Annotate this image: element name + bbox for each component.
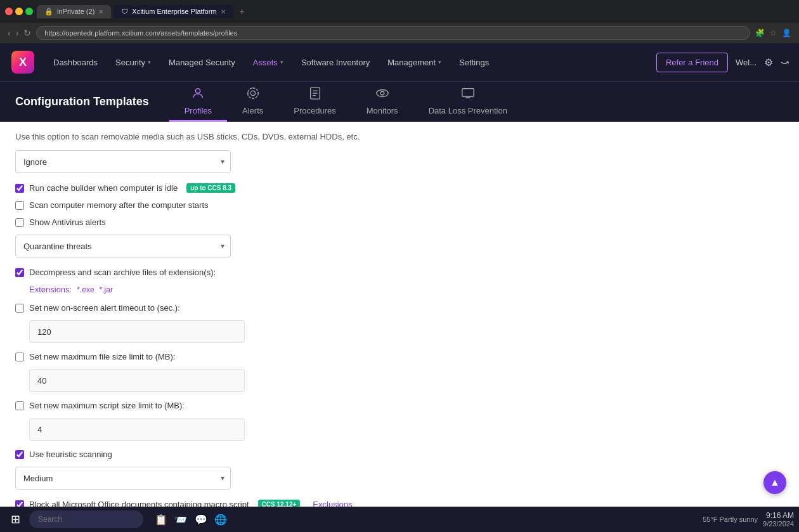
alert-timeout-row: Set new on-screen alert timeout to (sec.… bbox=[15, 303, 429, 313]
extensions-label: Extensions: bbox=[29, 285, 72, 294]
profile-icon[interactable]: 👤 bbox=[782, 29, 791, 37]
taskbar-search-input[interactable] bbox=[29, 510, 143, 528]
content-inner: Use this option to scan removable media … bbox=[0, 122, 444, 507]
quarantine-select-wrapper: Quarantine threats Block Ignore Report o… bbox=[15, 235, 231, 257]
nav-right-actions: Wel... ⚙ ⤻ bbox=[736, 56, 789, 68]
chevron-down-icon: ▾ bbox=[280, 59, 283, 65]
scroll-top-button[interactable]: ▲ bbox=[763, 471, 786, 494]
new-tab-button[interactable]: + bbox=[236, 6, 249, 16]
max-scriptsize-label: Set new maximum script size limit to (MB… bbox=[29, 401, 185, 410]
browser-tab-xcitium[interactable]: 🛡 Xcitium Enterprise Platform ✕ bbox=[114, 5, 233, 18]
taskbar: ⊞ 📋 📨 💬 🌐 55°F Partly sunny 9:16 AM 9/23… bbox=[0, 507, 799, 532]
max-scriptsize-input[interactable] bbox=[29, 418, 245, 441]
task-icon-3[interactable]: 💬 bbox=[195, 514, 207, 525]
run-cache-checkbox[interactable] bbox=[15, 184, 24, 193]
monitors-icon bbox=[375, 86, 389, 103]
close-dot[interactable] bbox=[5, 8, 13, 15]
macro-row: Block all Microsoft Office documents con… bbox=[15, 500, 429, 507]
svg-point-7 bbox=[377, 90, 388, 97]
maximize-dot[interactable] bbox=[25, 8, 33, 15]
heuristic-select-wrapper: Low Medium High ▾ bbox=[15, 467, 231, 490]
task-icon-1[interactable]: 📋 bbox=[155, 514, 167, 525]
scan-memory-checkbox[interactable] bbox=[15, 201, 24, 210]
forward-button[interactable]: › bbox=[16, 28, 19, 38]
exclusions-link[interactable]: Exclusions bbox=[313, 500, 352, 507]
heuristic-row: Use heuristic scanning bbox=[15, 450, 429, 459]
tab-close-icon[interactable]: ✕ bbox=[98, 8, 103, 15]
logout-icon[interactable]: ⤻ bbox=[781, 56, 789, 68]
browser-tabs: 🔒 inPrivate (2) ✕ 🛡 Xcitium Enterprise P… bbox=[37, 5, 794, 18]
show-alerts-checkbox[interactable] bbox=[15, 218, 24, 227]
task-icon-2[interactable]: 📨 bbox=[174, 514, 187, 525]
removable-media-subtitle: Use this option to scan removable media … bbox=[15, 132, 429, 141]
alert-timeout-input-row bbox=[29, 320, 429, 343]
show-av-alerts-row: Show Antivirus alerts bbox=[15, 217, 429, 227]
heuristic-checkbox[interactable] bbox=[15, 450, 24, 459]
nav-item-assets[interactable]: Assets ▾ bbox=[245, 53, 291, 72]
taskbar-apps: 📋 📨 💬 🌐 bbox=[152, 514, 230, 526]
start-button[interactable]: ⊞ bbox=[5, 509, 25, 529]
bookmark-icon[interactable]: ☆ bbox=[770, 29, 777, 37]
max-filesize-input[interactable] bbox=[29, 369, 245, 392]
browser-action-icons: 🧩 ☆ 👤 bbox=[755, 29, 791, 37]
address-input[interactable] bbox=[36, 26, 750, 40]
minimize-dot[interactable] bbox=[15, 8, 23, 15]
ccs-badge-cache: up to CCS 8.3 bbox=[186, 183, 235, 193]
max-filesize-input-row bbox=[29, 369, 429, 392]
nav-item-settings[interactable]: Settings bbox=[451, 53, 497, 72]
sub-navbar: Configuration Templates Profiles Alerts bbox=[0, 81, 799, 122]
scan-removable-select-wrapper: Ignore Scan Block ▾ bbox=[15, 150, 231, 173]
svg-rect-9 bbox=[462, 89, 474, 97]
taskbar-right: 55°F Partly sunny 9:16 AM 9/23/2024 bbox=[703, 511, 794, 528]
scan-memory-row: Scan computer memory after the computer … bbox=[15, 200, 429, 210]
tab-data-loss[interactable]: Data Loss Prevention bbox=[413, 82, 523, 122]
alerts-icon bbox=[246, 86, 260, 103]
alert-timeout-checkbox[interactable] bbox=[15, 304, 24, 313]
nav-item-managed-security[interactable]: Managed Security bbox=[161, 53, 243, 72]
nav-item-software-inventory[interactable]: Software Inventory bbox=[294, 53, 377, 72]
welcome-text: Wel... bbox=[736, 58, 757, 67]
svg-point-8 bbox=[380, 91, 384, 95]
tab-profiles[interactable]: Profiles bbox=[169, 82, 227, 122]
tab-procedures[interactable]: Procedures bbox=[278, 82, 351, 122]
heuristic-select[interactable]: Low Medium High bbox=[15, 467, 231, 490]
max-filesize-checkbox[interactable] bbox=[15, 353, 24, 361]
taskbar-clock: 9:16 AM 9/23/2024 bbox=[763, 511, 794, 528]
tab-favicon: 🔒 bbox=[44, 8, 53, 16]
browser-tab-inprivate[interactable]: 🔒 inPrivate (2) ✕ bbox=[37, 5, 111, 18]
chevron-down-icon: ▾ bbox=[438, 59, 441, 65]
task-icon-4[interactable]: 🌐 bbox=[214, 514, 227, 525]
page-title: Configuration Templates bbox=[15, 82, 169, 122]
macro-block-checkbox[interactable] bbox=[15, 500, 24, 507]
scan-removable-select[interactable]: Ignore Scan Block bbox=[15, 150, 231, 173]
macro-block-label: Block all Microsoft Office documents con… bbox=[29, 500, 249, 507]
address-bar: ‹ › ↻ 🧩 ☆ 👤 bbox=[0, 23, 799, 43]
nav-item-security[interactable]: Security ▾ bbox=[108, 53, 159, 72]
back-button[interactable]: ‹ bbox=[8, 28, 11, 38]
tab-close-active-icon[interactable]: ✕ bbox=[221, 8, 226, 15]
heuristic-label: Use heuristic scanning bbox=[29, 450, 112, 459]
extensions-icon[interactable]: 🧩 bbox=[755, 29, 765, 37]
decompress-label: Decompress and scan archive files of ext… bbox=[29, 268, 216, 277]
nav-item-management[interactable]: Management ▾ bbox=[380, 53, 449, 72]
quarantine-select[interactable]: Quarantine threats Block Ignore Report o… bbox=[15, 235, 231, 257]
reload-button[interactable]: ↻ bbox=[23, 28, 31, 38]
refer-friend-button[interactable]: Refer a Friend bbox=[656, 53, 728, 72]
app-logo[interactable]: X bbox=[10, 49, 36, 75]
max-filesize-row: Set new maximum file size limit to (MB): bbox=[15, 352, 429, 361]
window-controls bbox=[5, 8, 33, 15]
settings-icon[interactable]: ⚙ bbox=[764, 56, 773, 68]
tab-monitors[interactable]: Monitors bbox=[351, 82, 413, 122]
app-navbar: X Dashboards Security ▾ Managed Security… bbox=[0, 43, 799, 81]
tab-alerts[interactable]: Alerts bbox=[227, 82, 278, 122]
alert-timeout-input[interactable] bbox=[29, 320, 245, 343]
max-scriptsize-checkbox[interactable] bbox=[15, 401, 24, 410]
profiles-icon bbox=[191, 86, 205, 103]
show-alerts-label: Show Antivirus alerts bbox=[29, 217, 106, 227]
extension-exe: *.exe bbox=[77, 285, 94, 294]
ccs-badge-macro: CCS 12.12+ bbox=[258, 500, 301, 507]
scan-removable-dropdown-row: Ignore Scan Block ▾ bbox=[15, 150, 429, 173]
tab-label: Xcitium Enterprise Platform bbox=[132, 8, 216, 15]
nav-item-dashboards[interactable]: Dashboards bbox=[46, 53, 105, 72]
decompress-checkbox[interactable] bbox=[15, 268, 24, 277]
